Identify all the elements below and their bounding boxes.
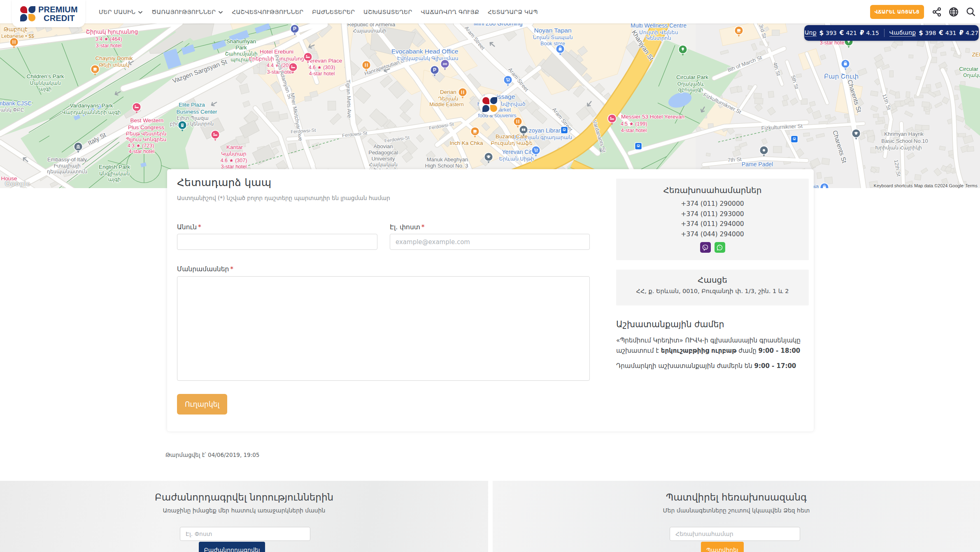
nav-item-label: ԾԱՌԱՅՈՒԹՅՈՒՆՆԵՐ [151,9,216,15]
address-text: ՀՀ, ք. Երևան, 0010, Բուզանդի փ. 1/3, շին… [616,288,809,294]
phone-number-input[interactable] [670,527,800,541]
map-label: 3-star hotel [221,164,247,170]
subscribe-section: Բաժանորդագրվել նորություններին Առաջինը ի… [0,481,488,552]
exchange-rates-bar: Առք $393 €421 ₽4.15 Վաճառք $398 €431 ₽4.… [804,25,979,41]
eur-buy-rate: 421 [846,30,857,36]
map-label: Երևան Սիթի [499,156,534,162]
viber-icon[interactable] [700,242,711,253]
map-pin-bus[interactable] [635,143,642,150]
eur-icon: € [840,29,844,37]
map-label: Chayniy Domik [95,55,133,61]
map-label: Hotel Erebuni [260,49,293,55]
google-map[interactable]: ԹաբուլէLebanese • $$Children's ParkՄանկա… [0,23,980,188]
phone-number[interactable]: +374 (011) 293000 [616,209,809,219]
map-label: Best Western [130,117,164,123]
phone-number[interactable]: +374 (011) 290000 [616,199,809,209]
main-nav: ՄԵՐ ՄԱՍԻՆԾԱՌԱՅՈՒԹՅՈՒՆՆԵՐՀԱՇՎԵՏՎՈՒԹՅՈՒՆՆԵ… [99,0,538,23]
usd-icon: $ [819,29,824,37]
order-call-subtitle: Մեր մասնագետները շուտով կկապվեն Ձեզ հետ [493,507,980,514]
subscribe-email-input[interactable] [180,527,310,541]
nav-item-label: ՀԵՏԱԴԱՐՁ ԿԱՊ [488,9,538,15]
logo[interactable]: PREMIUM CREDIT [12,0,85,27]
map-pin-bag[interactable] [820,183,829,188]
map-pin-bus[interactable] [791,136,798,143]
map-label: Անգլիական [99,171,130,177]
eur-icon: € [939,29,943,37]
map-label: Pame Padel [742,161,773,168]
map-label: Messier 53 Hotel Yerevan [621,114,684,120]
phones-box: Հեռախոսահամարներ +374 (011) 290000+374 (… [616,179,809,260]
nav-item[interactable]: ԾԱՌԱՅՈՒԹՅՈՒՆՆԵՐ [151,9,223,15]
map-label: Plus Congress [128,124,164,130]
nav-item-label: ԲԱԺՆԵՏԵՐԵՐ [312,9,355,15]
working-hours-office: «Պրեմիում Կրեդիտ» ՈՒՎԿ-ի գլխամասային գրա… [616,335,811,356]
chevron-down-icon [218,11,223,14]
map-label: Pedagogical [368,149,398,156]
map-label: այգի [108,177,121,182]
page: ԹաբուլէLebanese • $$Children's ParkՄանկա… [0,0,980,552]
nav-item[interactable]: ՎԱՃԱՌՎՈՂ ԳՈՒՅՔ [421,9,479,15]
map-label: Իտալիայի [54,163,80,169]
map-label: Բար Շուփ [824,73,859,80]
phone-number[interactable]: +374 (011) 294000 [616,219,809,229]
map-label: 4-star hotel [309,71,335,77]
rub-buy-rate: 4.15 [866,30,879,36]
map-label: Կանտար [221,151,247,157]
nav-item[interactable]: ԱՇԽԱՏԱՏԵՂԵՐ [363,9,412,15]
nav-item[interactable]: ՄԵՐ ՄԱՍԻՆ [99,9,143,15]
map-label: ZEI [972,51,980,58]
share-icon[interactable] [931,7,942,17]
map-label: 4.6 ★ (307) [221,158,247,163]
language-globe-icon[interactable] [948,7,959,17]
map-label: Էլիտ Պլազա [177,115,208,121]
map-label: 4-star hotel [129,149,155,154]
map-label: High School No. 3 [425,163,468,169]
buy-label: Առք [805,29,817,37]
nav-item-label: ԱՇԽԱՏԱՏԵՂԵՐ [363,9,412,15]
submit-button[interactable]: Ուղարկել [177,394,227,415]
working-hours-cash: Դրամարկղի աշխատանքային ժամերն են 9:00 - … [616,361,811,371]
name-label: Անուն* [177,224,201,231]
name-input[interactable] [177,234,377,250]
order-call-section: Պատվիրել հեռախոսազանգ Մեր մասնագետները շ… [493,481,980,552]
phone-number[interactable]: +374 (044) 294000 [616,229,809,240]
pay-online-button[interactable]: ՎՃԱՐԵԼ ԱՌՑԱՆՑ [870,5,924,19]
working-hours-title: Աշխատանքային ժամեր [616,319,724,329]
map-label: Թաբուլէ [4,26,28,33]
rub-icon: ₽ [959,29,964,37]
map-pin-bus[interactable] [561,127,568,134]
nav-item[interactable]: ԲԱԺՆԵՏԵՐԵՐ [312,9,355,15]
nav-item[interactable]: ՀԱՇՎԵՏՎՈՒԹՅՈՒՆՆԵՐ [232,9,303,15]
map-label: Օղակաձև [677,81,704,87]
subscribe-button[interactable]: Բաժանորդագրվել [199,542,265,552]
phones-title: Հեռախոսահամարներ [616,185,809,195]
map-label: Դերյան [438,96,459,102]
map-label: Vardanyans' Park [70,102,113,109]
subscribe-subtitle: Առաջինը իմացեք մեր հատուկ առաջարկների մա… [0,507,488,514]
nav-item-label: ՀԱՇՎԵՏՎՈՒԹՅՈՒՆՆԵՐ [232,9,303,15]
map-label: 3-star hotel [96,43,122,49]
form-subtitle: Աստղանիշով (*) նշված բոլոր դաշտերը պարտա… [177,195,390,201]
search-icon[interactable] [965,7,976,17]
map-label: Circular P [959,66,980,72]
premium-credit-map-marker[interactable] [479,94,500,115]
contact-form-card: Հետադարձ կապ Աստղանիշով (*) նշված բոլոր … [167,169,814,431]
map-label: University [371,156,395,162]
details-textarea[interactable] [177,276,590,381]
map-label: Inch Ka Chka [449,140,483,146]
email-input[interactable] [390,234,590,250]
map-label: Evocabank Head Office [391,48,459,55]
nav-item[interactable]: ՀԵՏԱԴԱՐՁ ԿԱՊ [488,9,538,15]
svg-text:P: P [293,26,296,32]
map-label: Նոյան Տապան [533,35,573,40]
map-label: Հայաստանի [353,28,386,34]
map-label: Yerevan City [502,149,535,155]
map-label: Kantar [226,144,243,150]
map-label: Մանկական [30,80,61,86]
whatsapp-icon[interactable] [715,242,725,253]
map-label: Շիրակ հյուրանոց [86,29,138,35]
order-call-button[interactable]: Պատվիրել [701,542,744,552]
svg-text:300: 300 [443,63,447,65]
map-label: English Park [99,164,130,170]
order-call-title: Պատվիրել հեռախոսազանգ [493,492,980,503]
